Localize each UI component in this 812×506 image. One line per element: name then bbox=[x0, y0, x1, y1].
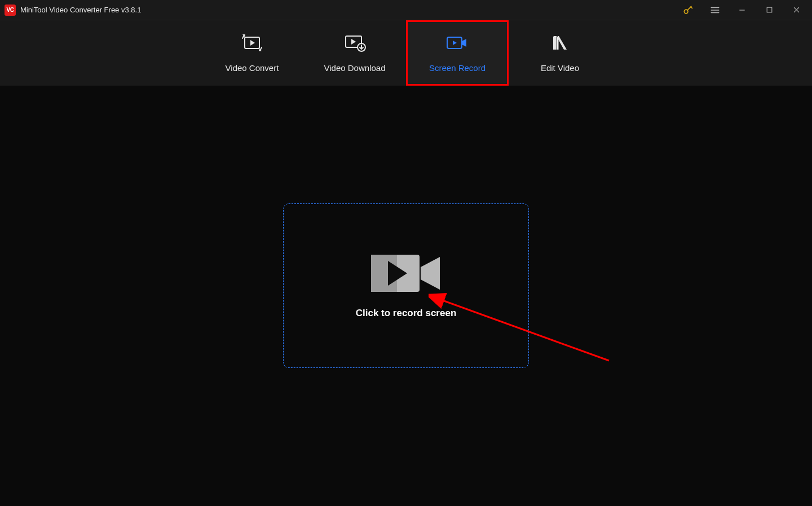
close-icon bbox=[792, 6, 801, 14]
svg-rect-5 bbox=[767, 7, 772, 12]
maximize-button[interactable] bbox=[758, 2, 780, 19]
video-download-icon bbox=[342, 34, 367, 52]
svg-marker-13 bbox=[351, 39, 356, 45]
maximize-icon bbox=[766, 6, 773, 14]
tab-label: Edit Video bbox=[541, 63, 579, 73]
key-icon bbox=[682, 5, 694, 16]
video-convert-icon bbox=[240, 34, 264, 52]
content-area: Click to record screen bbox=[0, 86, 812, 506]
minimize-button[interactable] bbox=[731, 2, 753, 19]
minimize-icon bbox=[738, 6, 746, 14]
app-logo: VC bbox=[5, 5, 16, 16]
tab-screen-record[interactable]: Screen Record bbox=[406, 20, 509, 86]
tab-video-convert[interactable]: Video Convert bbox=[201, 20, 303, 86]
svg-marker-17 bbox=[453, 41, 457, 45]
record-cta-label: Click to record screen bbox=[356, 308, 457, 319]
hamburger-icon bbox=[710, 5, 720, 15]
app-title: MiniTool Video Converter Free v3.8.1 bbox=[20, 6, 141, 14]
svg-marker-9 bbox=[250, 40, 255, 46]
edit-video-icon bbox=[550, 34, 570, 52]
main-toolbar: Video Convert Video Download Screen Reco… bbox=[0, 20, 812, 86]
titlebar-left: VC MiniTool Video Converter Free v3.8.1 bbox=[5, 5, 141, 16]
tab-edit-video[interactable]: Edit Video bbox=[509, 20, 611, 86]
screen-record-icon bbox=[445, 34, 470, 52]
tab-video-download[interactable]: Video Download bbox=[303, 20, 406, 86]
tab-label: Video Download bbox=[324, 63, 386, 73]
tab-label: Screen Record bbox=[429, 63, 486, 73]
close-button[interactable] bbox=[785, 2, 807, 19]
menu-button[interactable] bbox=[704, 2, 726, 19]
record-dropzone[interactable]: Click to record screen bbox=[283, 203, 529, 368]
upgrade-key-button[interactable] bbox=[677, 2, 699, 19]
tab-label: Video Convert bbox=[226, 63, 279, 73]
titlebar: VC MiniTool Video Converter Free v3.8.1 bbox=[0, 0, 812, 20]
camcorder-icon bbox=[371, 252, 441, 294]
titlebar-controls bbox=[677, 2, 807, 19]
